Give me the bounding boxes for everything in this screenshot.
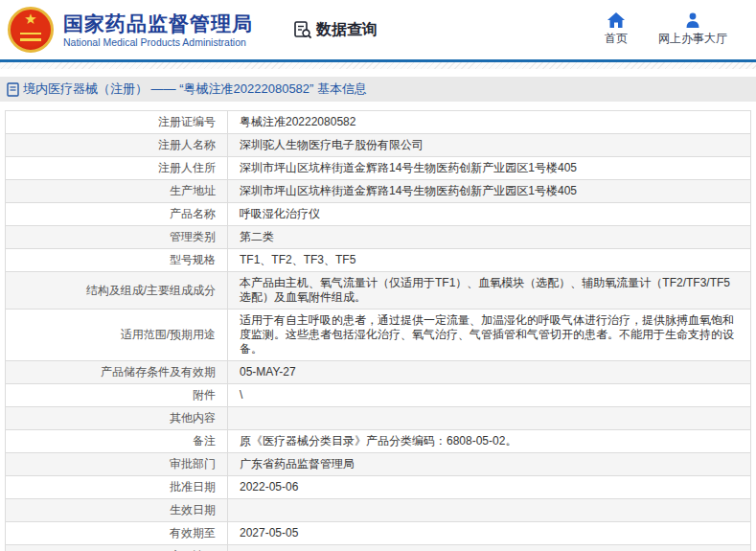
row-label: 备注	[193, 434, 216, 448]
hatch-strip	[0, 62, 756, 69]
home-icon	[607, 12, 625, 28]
row-label: 产品储存条件及有效期	[101, 365, 216, 379]
registration-info-table-wrap: 注册证编号 粤械注准20222080582 注册人名称 深圳驼人生物医疗电子股份…	[5, 110, 751, 551]
row-value: 本产品由主机、氧气流量计（仅适用于TF1）、血氧模块（选配）、辅助氧流量计（TF…	[228, 272, 751, 310]
table-row: 审批部门 广东省药品监督管理局	[6, 453, 751, 476]
national-emblem-logo: ★	[8, 7, 54, 53]
row-label: 注册证编号	[158, 115, 216, 128]
row-value: 原《医疗器械分类目录》产品分类编码：6808-05-02。	[228, 430, 751, 453]
row-value: TF1、TF2、TF3、TF5	[228, 249, 751, 272]
table-row: 批准日期 2022-05-06	[6, 476, 751, 499]
table-row: 适用范围/预期用途 适用于有自主呼吸的患者，通过提供一定流量、加温湿化的呼吸气体…	[6, 310, 751, 361]
row-value: \	[228, 384, 751, 407]
document-search-icon	[293, 20, 312, 39]
row-value: 2022-05-06	[228, 476, 751, 499]
table-row: 产品储存条件及有效期 05-MAY-27	[6, 361, 751, 384]
breadcrumb: 境内医疗器械（注册） —— “粤械注准20222080582” 基本信息	[0, 77, 756, 102]
row-value: 深圳市坪山区坑梓街道金辉路14号生物医药创新产业园区1号楼405	[228, 157, 751, 180]
row-label: 产品名称	[170, 207, 216, 220]
row-value: 适用于有自主呼吸的患者，通过提供一定流量、加温湿化的呼吸气体进行治疗，提供脉搏血…	[228, 310, 751, 361]
nav-service-hall-label: 网上办事大厅	[658, 31, 727, 47]
row-value: 深圳市坪山区坑梓街道金辉路14号生物医药创新产业园区1号楼405	[228, 180, 751, 203]
table-row: 注册人名称 深圳驼人生物医疗电子股份有限公司	[6, 134, 751, 157]
emblem-star-icon: ★	[24, 11, 36, 26]
row-value: 2027-05-05	[228, 522, 751, 545]
table-row: 变更情况	[6, 545, 751, 551]
table-row: 注册人住所 深圳市坪山区坑梓街道金辉路14号生物医药创新产业园区1号楼405	[6, 157, 751, 180]
table-row: 管理类别 第二类	[6, 226, 751, 249]
brand-block: 国家药品监督管理局 National Medical Products Admi…	[63, 11, 253, 49]
row-value: 呼吸湿化治疗仪	[228, 203, 751, 226]
table-row: 备注 原《医疗器械分类目录》产品分类编码：6808-05-02。	[6, 430, 751, 453]
data-query-section[interactable]: 数据查询	[293, 20, 378, 40]
table-row: 有效期至 2027-05-05	[6, 522, 751, 545]
table-row: 产品名称 呼吸湿化治疗仪	[6, 203, 751, 226]
row-label: 生产地址	[170, 184, 216, 197]
data-query-label: 数据查询	[316, 20, 378, 40]
brand-title: 国家药品监督管理局	[63, 11, 253, 35]
row-value	[228, 545, 751, 551]
row-value	[228, 499, 751, 522]
row-label: 型号规格	[170, 253, 216, 266]
row-label: 其他内容	[170, 411, 216, 425]
site-header: ★ 国家药品监督管理局 National Medical Products Ad…	[0, 0, 756, 59]
nav-home[interactable]: 首页	[605, 12, 628, 47]
row-label: 批准日期	[170, 480, 216, 494]
table-row: 生产地址 深圳市坪山区坑梓街道金辉路14号生物医药创新产业园区1号楼405	[6, 180, 751, 203]
table-row: 附件 \	[6, 384, 751, 407]
nav-service-hall[interactable]: 网上办事大厅	[658, 12, 727, 47]
row-label: 生效日期	[170, 503, 216, 517]
row-label: 管理类别	[170, 230, 216, 243]
table-row: 结构及组成/主要组成成分 本产品由主机、氧气流量计（仅适用于TF1）、血氧模块（…	[6, 272, 751, 310]
row-value: 05-MAY-27	[228, 361, 751, 384]
table-row: 注册证编号 粤械注准20222080582	[6, 111, 751, 134]
row-value: 深圳驼人生物医疗电子股份有限公司	[228, 134, 751, 157]
table-row: 生效日期	[6, 499, 751, 522]
row-value: 广东省药品监督管理局	[228, 453, 751, 476]
row-label: 有效期至	[170, 526, 216, 540]
person-icon	[685, 12, 700, 28]
row-label: 审批部门	[170, 457, 216, 471]
registration-info-table: 注册证编号 粤械注准20222080582 注册人名称 深圳驼人生物医疗电子股份…	[5, 110, 751, 551]
table-row: 其他内容	[6, 407, 751, 430]
page-icon	[7, 82, 19, 97]
brand-subtitle: National Medical Products Administration	[63, 35, 253, 49]
row-label: 结构及组成/主要组成成分	[86, 284, 216, 297]
row-label: 附件	[193, 388, 216, 402]
row-value: 粤械注准20222080582	[228, 111, 751, 134]
row-value: 第二类	[228, 226, 751, 249]
nav-home-label: 首页	[605, 31, 628, 47]
row-value	[228, 407, 751, 430]
row-label: 注册人住所	[158, 161, 216, 174]
page-title: 境内医疗器械（注册） —— “粤械注准20222080582” 基本信息	[23, 80, 367, 98]
emblem-gate-icon	[20, 33, 41, 41]
row-label: 注册人名称	[158, 138, 216, 151]
top-nav: 首页 网上办事大厅	[605, 12, 727, 47]
table-row: 型号规格 TF1、TF2、TF3、TF5	[6, 249, 751, 272]
row-label: 适用范围/预期用途	[121, 328, 216, 341]
